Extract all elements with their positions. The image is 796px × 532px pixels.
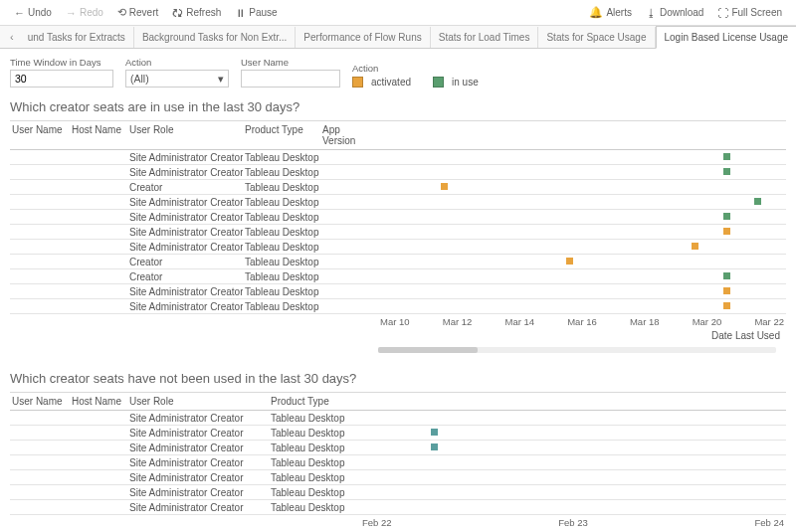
tab-bar: ‹ und Tasks for Extracts Background Task… — [0, 26, 796, 49]
chart-cell — [378, 255, 786, 268]
legend-inuse-swatch — [433, 77, 444, 88]
horizontal-scrollbar[interactable] — [378, 347, 776, 353]
tab-nonextract-tasks[interactable]: Background Tasks for Non Extr... — [134, 27, 296, 48]
table-row: Site Administrator CreatorTableau Deskto… — [10, 225, 786, 240]
chart-cell — [378, 240, 786, 254]
chart-cell — [378, 150, 786, 164]
alerts-button[interactable]: 🔔Alerts — [583, 4, 638, 21]
col-producttype: Product Type — [243, 121, 320, 149]
section-not-used: Which creator seats have not been used i… — [0, 365, 796, 532]
data-marker — [441, 183, 448, 190]
x-axis-ticks: Feb 22Feb 23Feb 24 — [360, 517, 786, 528]
table-row: Site Administrator CreatorTableau Deskto… — [10, 411, 786, 426]
revert-button[interactable]: ⟲Revert — [111, 4, 164, 21]
data-marker — [431, 443, 438, 450]
refresh-button[interactable]: 🗘Refresh — [166, 5, 227, 21]
undo-icon: ← — [14, 7, 25, 19]
data-marker — [754, 198, 761, 205]
fullscreen-button[interactable]: ⛶Full Screen — [711, 5, 788, 21]
tab-load-times[interactable]: Stats for Load Times — [431, 27, 539, 48]
chart-cell — [360, 426, 786, 440]
data-marker — [723, 302, 730, 309]
filters-row: Time Window in Days Action (All) ▾ User … — [0, 49, 796, 93]
chevron-down-icon: ▾ — [218, 73, 224, 85]
data-marker — [723, 228, 730, 235]
refresh-icon: 🗘 — [172, 7, 183, 19]
table-row: Site Administrator CreatorTableau Deskto… — [10, 500, 786, 515]
time-window-label: Time Window in Days — [10, 57, 113, 68]
username-filter-label: User Name — [241, 57, 340, 68]
download-icon: ⭳ — [646, 7, 657, 19]
legend: activated in use — [352, 77, 479, 88]
col-userrole: User Role — [127, 121, 243, 149]
legend-title: Action — [352, 63, 479, 74]
toolbar: ←Undo →Redo ⟲Revert 🗘Refresh ⏸Pause 🔔Ale… — [0, 0, 796, 26]
fullscreen-icon: ⛶ — [717, 7, 728, 19]
col-chart — [360, 393, 786, 410]
chart-cell — [378, 195, 786, 209]
section-not-used-title: Which creator seats have not been used i… — [10, 371, 786, 386]
data-marker — [723, 272, 730, 279]
chart-cell — [378, 284, 786, 298]
pause-button[interactable]: ⏸Pause — [229, 5, 283, 21]
table-header: User Name Host Name User Role Product Ty… — [10, 121, 786, 150]
username-filter-input[interactable] — [241, 70, 340, 88]
table-row: Site Administrator CreatorTableau Deskto… — [10, 195, 786, 210]
table-row: Site Administrator CreatorTableau Deskto… — [10, 240, 786, 255]
col-producttype: Product Type — [269, 393, 360, 410]
data-marker — [723, 168, 730, 175]
tab-flow-runs[interactable]: Performance of Flow Runs — [296, 27, 430, 48]
data-marker — [723, 153, 730, 160]
redo-button[interactable]: →Redo — [60, 5, 109, 21]
tab-license-usage[interactable]: Login Based License Usage — [656, 26, 797, 49]
data-marker — [431, 429, 438, 436]
toolbar-left: ←Undo →Redo ⟲Revert 🗘Refresh ⏸Pause — [8, 4, 284, 21]
table-row: Site Administrator CreatorTableau Deskto… — [10, 485, 786, 500]
data-marker — [723, 213, 730, 220]
table-row: Site Administrator CreatorTableau Deskto… — [10, 455, 786, 470]
col-username: User Name — [10, 393, 70, 410]
undo-button[interactable]: ←Undo — [8, 5, 58, 21]
not-used-table: User Name Host Name User Role Product Ty… — [10, 392, 786, 515]
chart-cell — [360, 500, 786, 514]
table-row: CreatorTableau Desktop — [10, 180, 786, 195]
col-username: User Name — [10, 121, 70, 149]
col-hostname: Host Name — [70, 393, 127, 410]
redo-icon: → — [66, 7, 77, 19]
table-row: CreatorTableau Desktop — [10, 255, 786, 269]
tab-space-usage[interactable]: Stats for Space Usage — [538, 27, 655, 48]
col-hostname: Host Name — [70, 121, 127, 149]
toolbar-right: 🔔Alerts ⭳Download ⛶Full Screen — [583, 4, 788, 21]
table-row: Site Administrator CreatorTableau Deskto… — [10, 426, 786, 441]
chart-cell — [360, 441, 786, 454]
data-marker — [566, 258, 573, 265]
table-row: Site Administrator CreatorTableau Deskto… — [10, 165, 786, 180]
tabs-scroll-left[interactable]: ‹ — [4, 26, 20, 48]
action-filter-value: (All) — [130, 73, 149, 85]
pause-icon: ⏸ — [235, 7, 246, 19]
data-marker — [723, 287, 730, 294]
chart-cell — [378, 299, 786, 313]
col-appversion: App Version — [320, 121, 378, 149]
table-row: CreatorTableau Desktop — [10, 269, 786, 284]
chart-cell — [360, 411, 786, 425]
col-chart — [378, 121, 786, 149]
in-use-table: User Name Host Name User Role Product Ty… — [10, 120, 786, 314]
x-axis-ticks: Mar 10Mar 12Mar 14Mar 16Mar 18Mar 20Mar … — [378, 316, 786, 327]
table-row: Site Administrator CreatorTableau Deskto… — [10, 150, 786, 165]
tab-extract-tasks[interactable]: und Tasks for Extracts — [20, 27, 134, 48]
time-window-input[interactable] — [10, 70, 113, 88]
table-row: Site Administrator CreatorTableau Deskto… — [10, 299, 786, 314]
chart-cell — [378, 269, 786, 283]
action-filter-label: Action — [125, 57, 229, 68]
action-filter-select[interactable]: (All) ▾ — [125, 70, 229, 88]
download-button[interactable]: ⭳Download — [640, 5, 709, 21]
chart-cell — [360, 470, 786, 484]
legend-activated-swatch — [352, 77, 363, 88]
col-userrole: User Role — [127, 393, 269, 410]
revert-icon: ⟲ — [117, 6, 126, 19]
table-row: Site Administrator CreatorTableau Deskto… — [10, 441, 786, 455]
chart-cell — [378, 180, 786, 194]
section-in-use-title: Which creator seats are in use in the la… — [10, 99, 786, 114]
data-marker — [692, 243, 698, 250]
